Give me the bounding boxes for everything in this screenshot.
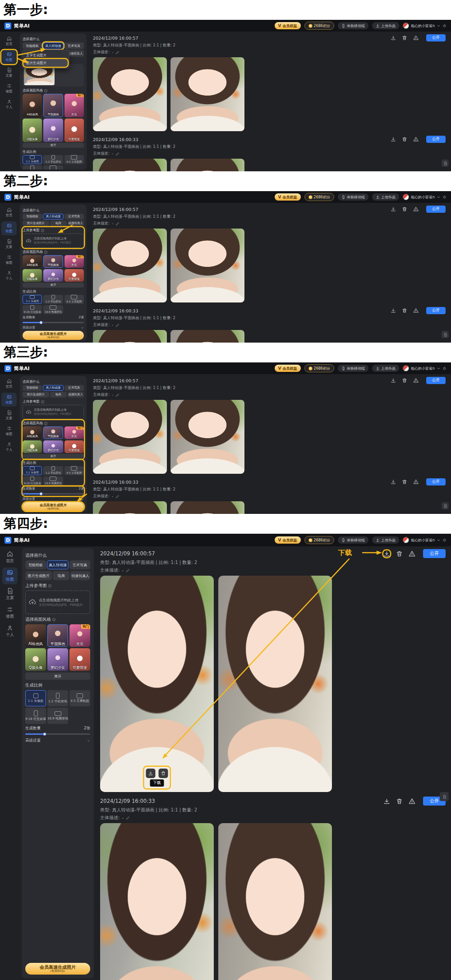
- sidebar-item-home[interactable]: 首页: [1, 206, 17, 220]
- upload-works-button[interactable]: 上传作品: [372, 22, 399, 29]
- slider-knob[interactable]: [39, 492, 42, 495]
- power-icon[interactable]: [442, 24, 446, 28]
- power-icon[interactable]: [442, 538, 446, 542]
- user-menu[interactable]: 粗心的小富翁n: [403, 194, 446, 200]
- mode-photo-to-anime-button[interactable]: 真人转动漫: [43, 42, 63, 49]
- delete-icon[interactable]: [396, 550, 403, 557]
- ratio-option-4-3[interactable]: 4:3 文章配图: [64, 466, 84, 475]
- style-option-dreamy-girl[interactable]: 梦幻少女: [43, 119, 63, 142]
- mode-anime-to-real-button[interactable]: 动漫转真人: [68, 392, 84, 398]
- slider-knob[interactable]: [39, 321, 42, 324]
- style-option-ai-paint[interactable]: AI绘画风: [23, 426, 42, 439]
- edit-icon[interactable]: [126, 816, 130, 820]
- publish-button[interactable]: 公开: [426, 34, 446, 41]
- mobile-app-button[interactable]: 体验移动端: [338, 22, 368, 29]
- style-option-chibi-avatar[interactable]: Q版头像: [23, 119, 42, 142]
- expand-styles-button[interactable]: 展开: [23, 143, 84, 148]
- upload-dropzone[interactable]: 点击或拖拽图片到此上传 支持20M以内的JPG、PNG图片: [23, 234, 84, 248]
- style-option-dreamy-girl[interactable]: 梦幻少女: [43, 269, 63, 282]
- style-option-ai-paint[interactable]: AI绘画风: [23, 255, 42, 268]
- mode-image-to-image-button[interactable]: 图片生成图片: [25, 571, 52, 580]
- download-icon[interactable]: [391, 308, 396, 313]
- tooltip-delete-button[interactable]: [159, 769, 168, 778]
- sidebar-item-retouch[interactable]: 修图: [1, 82, 17, 96]
- delete-icon[interactable]: [402, 35, 407, 41]
- generated-image[interactable]: [218, 823, 332, 980]
- mobile-app-button[interactable]: 体验移动端: [338, 365, 368, 372]
- mode-art-photo-button[interactable]: 艺术写真: [64, 385, 84, 391]
- edit-icon[interactable]: [115, 323, 120, 327]
- ratio-option-9-16[interactable]: 9:16 社交媒体: [25, 708, 46, 724]
- sidebar-item-profile[interactable]: 个人: [1, 97, 17, 111]
- style-option-niji[interactable]: 热门次元: [64, 255, 84, 268]
- mobile-app-button[interactable]: 体验移动端: [338, 193, 368, 201]
- style-option-cute-pet[interactable]: 可爱萌宠: [64, 269, 84, 282]
- generated-image[interactable]: 下载: [93, 229, 167, 302]
- download-icon[interactable]: [391, 137, 396, 142]
- ratio-option-16-9[interactable]: 16:9 电脑壁纸: [47, 708, 68, 724]
- expand-styles-button[interactable]: 展开: [23, 283, 84, 288]
- sidebar-item-copywriting[interactable]: 文案: [1, 237, 17, 251]
- style-option-chibi-avatar[interactable]: Q版头像: [23, 440, 42, 453]
- style-option-ai-paint[interactable]: AI绘画风: [23, 94, 42, 117]
- ratio-option-1-2[interactable]: 1:2 手机壁纸: [43, 155, 63, 164]
- sidebar-item-profile[interactable]: 个人: [1, 269, 17, 283]
- edit-icon[interactable]: [115, 495, 120, 499]
- edit-icon[interactable]: [126, 568, 130, 572]
- mode-image-to-image-button[interactable]: 图片生成图片: [23, 220, 49, 226]
- sidebar-item-draw[interactable]: 绘图: [1, 221, 17, 235]
- user-menu[interactable]: 粗心的小富翁n: [403, 537, 446, 543]
- generate-button[interactable]: 会员高速生成照片 (每周80张): [25, 963, 90, 975]
- ratio-option-4-3[interactable]: 4:3 文章配图: [64, 155, 84, 164]
- mode-photo-to-anime-button[interactable]: 真人转动漫: [43, 385, 63, 391]
- generated-image[interactable]: [93, 330, 167, 343]
- style-option-chibi-avatar[interactable]: Q版头像: [23, 269, 42, 282]
- ratio-option-4-3[interactable]: 4:3 文章配图: [69, 690, 90, 706]
- ratio-option-1-1[interactable]: 1:1 头像图: [25, 690, 46, 706]
- download-icon[interactable]: [383, 798, 390, 805]
- style-option-cute-pet[interactable]: 可爱萌宠: [69, 648, 90, 671]
- style-option-cute-pet[interactable]: 可爱萌宠: [64, 119, 84, 142]
- style-option-niji[interactable]: 热门次元: [69, 624, 90, 647]
- expand-styles-button[interactable]: 展开: [23, 454, 84, 459]
- ratio-option-1-1[interactable]: 1:1 头像图: [23, 295, 42, 304]
- upload-works-button[interactable]: 上传作品: [372, 365, 399, 372]
- download-icon[interactable]: [383, 550, 390, 557]
- generated-image[interactable]: [170, 400, 244, 474]
- upload-dropzone[interactable]: 点击或拖拽图片到此上传 支持20M以内的JPG、PNG图片: [23, 405, 84, 419]
- power-icon[interactable]: [442, 366, 446, 371]
- mode-photo-to-anime-button[interactable]: 真人转动漫: [43, 214, 63, 220]
- ratio-option-9-16[interactable]: 9:16 社交媒体: [23, 305, 42, 314]
- quantity-slider[interactable]: [23, 492, 84, 496]
- download-icon[interactable]: [391, 35, 396, 41]
- edit-icon[interactable]: [115, 393, 120, 397]
- vip-benefits-button[interactable]: V会员权益: [275, 22, 301, 29]
- sidebar-item-draw[interactable]: 绘图: [1, 393, 17, 407]
- publish-button[interactable]: 公开: [426, 377, 446, 384]
- generated-image[interactable]: 下载: [93, 57, 167, 131]
- advanced-settings[interactable]: 高级设置: [25, 738, 90, 743]
- generated-image[interactable]: 下载: [93, 400, 167, 474]
- style-option-ai-paint[interactable]: AI绘画风: [25, 624, 46, 647]
- mode-template-button[interactable]: 智能模板: [25, 560, 46, 569]
- advanced-settings[interactable]: 高级设置: [23, 497, 84, 501]
- generate-button[interactable]: 会员高速生成照片 (每周80张): [23, 331, 84, 340]
- mobile-app-button[interactable]: 体验移动端: [338, 536, 368, 544]
- report-icon[interactable]: [413, 35, 419, 41]
- generated-image[interactable]: [170, 330, 244, 343]
- report-icon[interactable]: [413, 206, 419, 212]
- style-option-dreamy-girl[interactable]: 梦幻少女: [43, 440, 63, 453]
- ratio-option-16-9[interactable]: 16:9 电脑壁纸: [43, 165, 63, 169]
- delete-icon[interactable]: [396, 798, 403, 805]
- ratio-option-9-16[interactable]: 9:16 社交媒体: [23, 476, 42, 485]
- generated-image[interactable]: [170, 229, 244, 302]
- mode-ecommerce-button[interactable]: 电商: [53, 571, 69, 580]
- mode-ecommerce-button[interactable]: 电商: [50, 220, 66, 226]
- style-option-niji[interactable]: 热门次元: [64, 426, 84, 439]
- sidebar-item-draw[interactable]: 绘图: [2, 568, 18, 584]
- sidebar-item-copywriting[interactable]: 文案: [1, 66, 17, 80]
- mode-art-photo-button[interactable]: 艺术写真: [69, 560, 90, 569]
- generated-image[interactable]: 下载: [100, 576, 214, 792]
- mode-ecommerce-button[interactable]: 电商: [50, 392, 66, 398]
- delete-icon[interactable]: [402, 378, 407, 383]
